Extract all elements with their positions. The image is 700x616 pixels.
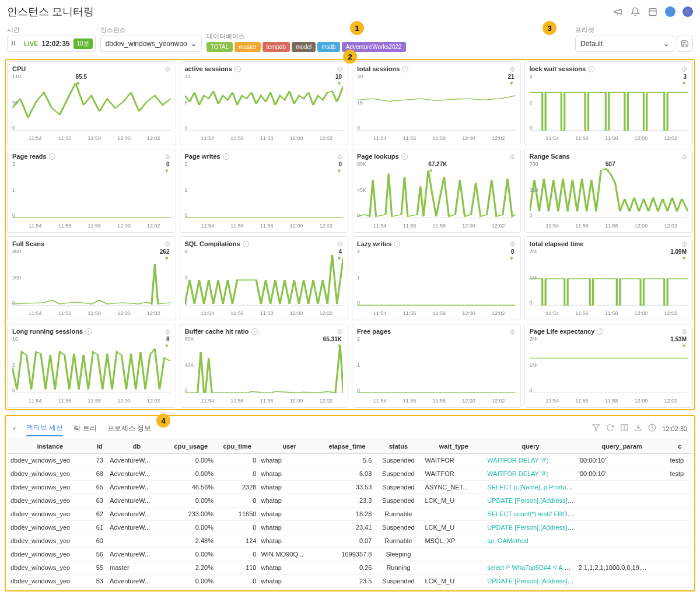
- gear-icon[interactable]: ⚙: [164, 65, 171, 74]
- table-cell: UPDATE [Person].[Address] set [City] = @…: [485, 494, 576, 508]
- query-link[interactable]: UPDATE [Person].[Address] set [City] = @…: [487, 497, 576, 504]
- column-header[interactable]: cpu_time: [216, 439, 258, 454]
- table-cell: [667, 575, 692, 588]
- gear-icon[interactable]: ⚙: [681, 153, 688, 161]
- preset-select[interactable]: Default ⌄: [575, 36, 674, 52]
- more-icon[interactable]: ⋯: [665, 6, 676, 17]
- table-row[interactable]: dbdev_windows_yeo62AdventureW...233.00%1…: [8, 508, 692, 521]
- filter-icon[interactable]: [592, 424, 600, 433]
- table-cell: 0.26: [320, 561, 374, 575]
- db-tag[interactable]: model: [292, 42, 316, 52]
- gear-icon[interactable]: ⚙: [681, 328, 688, 336]
- gear-icon[interactable]: ⚙: [509, 328, 516, 336]
- gear-icon[interactable]: ⚙: [681, 240, 688, 249]
- column-header[interactable]: id: [92, 439, 107, 454]
- chart-panel: Page lookups i ⚙ 90K 45K 0 67.27K▼ 11:54…: [352, 149, 521, 233]
- table-cell: 0.00%: [166, 494, 216, 508]
- column-header[interactable]: user: [258, 439, 320, 454]
- column-header[interactable]: c: [667, 439, 692, 454]
- avatar[interactable]: K: [682, 6, 693, 17]
- tabs: ▾ 액티브 세션 락 트리 프로세스 정보 12:02:30: [8, 418, 692, 439]
- table-row[interactable]: dbdev_windows_yeo68AdventureW...0.00%0wh…: [8, 467, 692, 481]
- query-link[interactable]: WAITFOR DELAY '#';: [487, 457, 548, 464]
- info-icon[interactable]: i: [85, 328, 92, 335]
- gear-icon[interactable]: ⚙: [337, 153, 343, 161]
- column-header[interactable]: query_param: [576, 439, 668, 454]
- tab-process-info[interactable]: 프로세스 정보: [107, 421, 151, 436]
- columns-icon[interactable]: [620, 424, 628, 433]
- gear-icon[interactable]: ⚙: [509, 153, 516, 161]
- gear-icon[interactable]: ⚙: [337, 328, 343, 336]
- table-cell: Runnable: [374, 534, 422, 548]
- column-header[interactable]: elapse_time: [320, 439, 374, 454]
- table-row[interactable]: dbdev_windows_yeo65AdventureW...46.56%23…: [8, 481, 692, 494]
- save-preset-button[interactable]: [677, 36, 693, 52]
- table-cell: MSQL_XP: [422, 534, 485, 548]
- chevron-down-icon[interactable]: ▾: [13, 425, 16, 432]
- column-header[interactable]: query: [485, 439, 576, 454]
- gear-icon[interactable]: ⚙: [509, 65, 516, 74]
- gear-icon[interactable]: ⚙: [164, 328, 171, 336]
- query-link[interactable]: UPDATE [Person].[Address] set [City] = @…: [487, 578, 576, 584]
- chart-panel: total sessions i ⚙ 30 15 0 21▼ 11:5411:5…: [352, 61, 521, 145]
- table-row[interactable]: dbdev_windows_yeo63AdventureW...0.00%0wh…: [8, 494, 692, 508]
- calendar-icon[interactable]: [648, 6, 658, 17]
- chart-title: Long running sessions: [12, 328, 83, 335]
- info-icon[interactable]: i: [402, 66, 408, 72]
- table-cell: 0.00%: [166, 548, 216, 561]
- gear-icon[interactable]: ⚙: [681, 65, 688, 74]
- info-icon[interactable]: i: [597, 328, 603, 335]
- column-header[interactable]: wait_type: [422, 439, 485, 454]
- info-icon[interactable]: i: [394, 241, 400, 247]
- column-header[interactable]: cpu_usage: [166, 439, 216, 454]
- info-icon[interactable]: i: [235, 66, 241, 72]
- table-row[interactable]: dbdev_windows_yeo61AdventureW...0.00%0wh…: [8, 521, 692, 534]
- db-tag[interactable]: TOTAL: [206, 42, 233, 52]
- table-cell: WAITFOR: [422, 454, 485, 467]
- db-tag[interactable]: tempdb: [262, 42, 290, 52]
- db-tag[interactable]: msdb: [317, 42, 340, 52]
- download-icon[interactable]: [634, 424, 642, 433]
- gear-icon[interactable]: ⚙: [337, 240, 343, 249]
- table-cell: SELECT count(*) test2 FROM Sales.Store s…: [485, 508, 576, 521]
- table-cell: 0.00%: [166, 454, 216, 467]
- info-icon[interactable]: i: [401, 153, 408, 160]
- column-header[interactable]: instance: [8, 439, 92, 454]
- table-row[interactable]: dbdev_windows_yeo73AdventureW...0.00%0wh…: [8, 454, 692, 467]
- query-link[interactable]: select /* WhaTap5D#4 */ A.session_id,D.d…: [487, 564, 576, 571]
- table-cell: [485, 548, 576, 561]
- info-icon[interactable]: i: [243, 241, 249, 247]
- refresh-icon[interactable]: [606, 424, 614, 433]
- table-row[interactable]: dbdev_windows_yeo56AdventureW...0.00%0WI…: [8, 548, 692, 561]
- bell-icon[interactable]: [630, 6, 640, 17]
- chart-panel: SQL Compilations i ⚙ 4 3 0 4▼ 11:5411:56…: [180, 236, 349, 320]
- time-picker[interactable]: LIVE 12:02:35 10분: [7, 36, 96, 52]
- instance-group: 인스턴스 dbdev_windows_yeonwoo ⌄: [100, 26, 202, 52]
- info-icon[interactable]: i: [223, 153, 229, 160]
- query-link[interactable]: UPDATE [Person].[Address] set [City] = @…: [487, 524, 576, 531]
- instance-label: 인스턴스: [100, 26, 202, 34]
- query-link[interactable]: SELECT count(*) test2 FROM Sales.Store s…: [487, 510, 576, 517]
- gear-icon[interactable]: ⚙: [164, 240, 171, 249]
- query-link[interactable]: sp_OAMethod: [487, 537, 528, 544]
- query-link[interactable]: SELECT p.[Name], p.ProductNumber, th.*, …: [487, 484, 576, 491]
- gear-icon[interactable]: ⚙: [509, 240, 516, 249]
- tab-lock-tree[interactable]: 락 트리: [74, 421, 96, 436]
- table-row[interactable]: dbdev_windows_yeo55master2.20%110whatap0…: [8, 561, 692, 575]
- info-icon[interactable]: i: [251, 328, 258, 335]
- pause-icon[interactable]: [10, 40, 20, 48]
- table-row[interactable]: dbdev_windows_yeo53AdventureW...0.00%0wh…: [8, 575, 692, 588]
- tab-active-sessions[interactable]: 액티브 세션: [26, 421, 63, 436]
- info-icon[interactable]: i: [49, 153, 55, 160]
- megaphone-icon[interactable]: [612, 6, 623, 17]
- column-header[interactable]: status: [374, 439, 422, 454]
- column-header[interactable]: db: [107, 439, 166, 454]
- table-row[interactable]: dbdev_windows_yeo602.48%124whatap0.07Run…: [8, 534, 692, 548]
- table-cell: 2.20%: [166, 561, 216, 575]
- instance-select[interactable]: dbdev_windows_yeonwoo ⌄: [100, 36, 202, 52]
- info-icon[interactable]: i: [588, 66, 594, 72]
- db-tag[interactable]: master: [235, 42, 261, 52]
- gear-icon[interactable]: ⚙: [164, 153, 171, 161]
- gear-icon[interactable]: ⚙: [337, 65, 343, 74]
- query-link[interactable]: WAITFOR DELAY '#';: [487, 470, 548, 477]
